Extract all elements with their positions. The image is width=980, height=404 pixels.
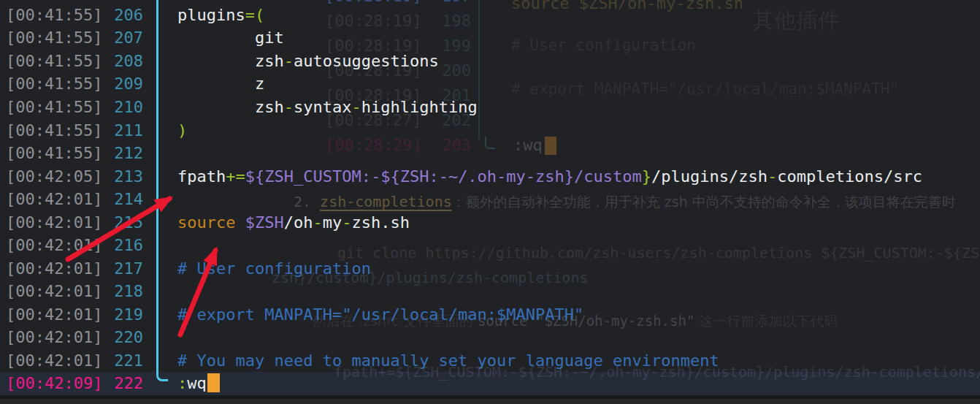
timestamp: [00:42:01] xyxy=(6,211,102,235)
timestamp: [00:42:01] xyxy=(6,188,102,211)
line-number: 207 xyxy=(101,26,143,50)
code-token: += xyxy=(226,167,245,186)
terminal-row: [00:41:55]206plugins=( xyxy=(0,4,980,27)
terminal-row: [00:42:01]217# User configuration xyxy=(0,257,980,281)
code-token: } xyxy=(642,167,651,186)
code-token: - xyxy=(342,213,351,232)
code-token: zsh xyxy=(177,98,284,116)
code-token: completions/src xyxy=(777,167,922,186)
line-number: 221 xyxy=(101,349,143,373)
text-cursor xyxy=(207,373,220,392)
code-line: fpath+=${ZSH_CUSTOM:-${ZSH:-~/.oh-my-zsh… xyxy=(177,165,922,188)
code-token: autosuggestions xyxy=(294,52,439,70)
code-line: plugins=( xyxy=(177,4,264,27)
code-token: # export MANPATH="/usr/local/man:$MANPAT… xyxy=(177,305,583,324)
line-number: 219 xyxy=(101,303,143,327)
terminal-row: [00:41:55]211) xyxy=(0,119,980,142)
code-token: /plugins/zsh xyxy=(651,167,767,186)
code-token: highlighting xyxy=(361,98,478,116)
code-line: git xyxy=(177,26,284,50)
terminal-row: [00:41:55]208 zsh-autosuggestions xyxy=(0,50,980,73)
code-line: zsh-syntax-highlighting xyxy=(177,96,478,119)
code-token: $ZSH xyxy=(245,213,284,232)
terminal-row: [00:42:01]215source $ZSH/oh-my-zsh.sh xyxy=(0,211,980,235)
timestamp: [00:42:01] xyxy=(6,326,102,349)
line-number: 208 xyxy=(101,50,143,73)
code-token: zsh xyxy=(177,52,284,70)
code-token: - xyxy=(767,167,777,186)
timestamp: [00:41:55] xyxy=(6,26,102,50)
code-line: source $ZSH/oh-my-zsh.sh xyxy=(177,211,410,235)
code-token: wq xyxy=(187,374,207,392)
line-number: 212 xyxy=(101,142,143,165)
indent-guide-corner xyxy=(156,370,168,381)
code-token: =( xyxy=(245,6,265,24)
code-token: git xyxy=(177,28,284,47)
line-number: 214 xyxy=(101,188,143,211)
code-token: : xyxy=(177,374,187,392)
code-token: - xyxy=(313,213,322,232)
code-token: # User configuration xyxy=(177,259,371,278)
code-token: ${ZSH_CUSTOM:-${ZSH:-~/.oh-my-zsh}/custo… xyxy=(245,167,642,186)
line-number: 216 xyxy=(101,234,143,257)
code-line: z xyxy=(177,72,264,96)
timestamp: [00:42:01] xyxy=(6,234,102,257)
code-token: fpath xyxy=(177,167,226,186)
timestamp: [00:42:05] xyxy=(6,165,102,188)
terminal-screen[interactable]: [00:28:19]197[00:28:19]198[00:28:19]199[… xyxy=(0,0,980,404)
timestamp: [00:42:01] xyxy=(6,280,102,303)
code-token: # Add wisely, as too many plugins slow d… xyxy=(177,0,738,1)
line-number: 213 xyxy=(101,165,143,188)
code-line: # export MANPATH="/usr/local/man:$MANPAT… xyxy=(177,303,583,327)
code-token: my xyxy=(323,213,342,232)
code-token: - xyxy=(284,52,294,70)
terminal-row: [00:41:55]210 zsh-syntax-highlighting xyxy=(0,96,980,119)
timestamp: [00:42:01] xyxy=(6,349,102,373)
line-number: 215 xyxy=(101,211,143,235)
terminal-rows: [00:41:55]205# Add wisely, as too many p… xyxy=(0,0,980,395)
code-line: # User configuration xyxy=(177,257,371,281)
indent-guide-line xyxy=(156,0,158,370)
line-number: 222 xyxy=(101,372,143,395)
timestamp: [00:41:55] xyxy=(6,96,102,119)
timestamp: [00:41:55] xyxy=(6,119,102,142)
terminal-row: [00:42:05]213fpath+=${ZSH_CUSTOM:-${ZSH:… xyxy=(0,165,980,188)
timestamp: [00:42:09] xyxy=(6,372,102,395)
line-number: 220 xyxy=(101,326,143,349)
bottom-strip-light xyxy=(0,399,980,404)
code-token xyxy=(235,213,245,232)
terminal-row: [00:41:55]207 git xyxy=(0,26,980,50)
terminal-row: [00:42:01]216 xyxy=(0,234,980,257)
terminal-row: [00:42:01]214 xyxy=(0,188,980,211)
terminal-row: [00:42:01]220 xyxy=(0,326,980,349)
timestamp: [00:41:55] xyxy=(6,50,102,73)
code-token: z xyxy=(177,75,264,93)
terminal-row: [00:42:01]218 xyxy=(0,280,980,303)
terminal-row: [00:41:55]209 z xyxy=(0,72,980,96)
code-token: /oh xyxy=(284,213,313,232)
code-token: syntax xyxy=(294,98,351,116)
timestamp: [00:41:55] xyxy=(6,4,102,27)
line-number: 209 xyxy=(101,72,143,96)
code-token: ) xyxy=(177,121,187,140)
terminal-row: [00:42:01]219# export MANPATH="/usr/loca… xyxy=(0,303,980,327)
code-token: - xyxy=(284,98,294,116)
timestamp: [00:41:55] xyxy=(6,72,102,96)
timestamp: [00:42:01] xyxy=(6,257,102,281)
line-number: 211 xyxy=(101,119,143,142)
code-token: zsh.sh xyxy=(351,213,409,232)
line-number: 217 xyxy=(101,257,143,281)
line-number: 210 xyxy=(101,96,143,119)
code-token: - xyxy=(351,98,361,116)
terminal-row: [00:41:55]212 xyxy=(0,142,980,165)
line-number: 218 xyxy=(101,280,143,303)
code-line: zsh-autosuggestions xyxy=(177,50,439,73)
code-token: source xyxy=(177,213,235,232)
code-line: :wq xyxy=(177,372,220,395)
code-line: ) xyxy=(177,119,187,142)
code-token: plugins xyxy=(177,6,245,24)
timestamp: [00:42:01] xyxy=(6,303,102,327)
ghost-fpath-line: fpath+=${ZSH_CUSTOM:-${ZSH:-~/.oh-my-zsh… xyxy=(334,363,980,381)
timestamp: [00:41:55] xyxy=(6,142,102,165)
line-number: 206 xyxy=(101,4,143,27)
